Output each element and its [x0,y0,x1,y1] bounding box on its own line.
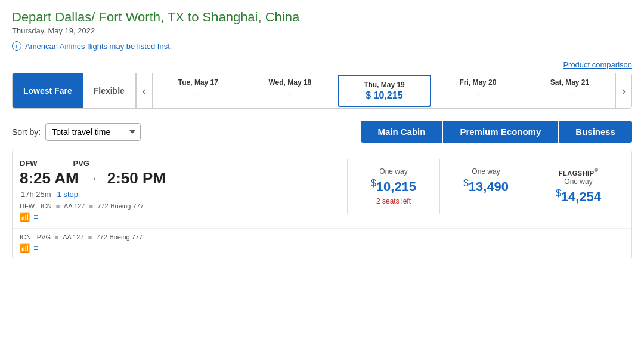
sort-cabin-row: Sort by: Total travel time Main Cabin Pr… [12,121,632,143]
main-cabin-price: 10,215 [376,179,416,194]
fare-toggle: Lowest Fare Flexible [13,73,136,108]
premium-economy-amount: $13,490 [446,178,526,195]
segment1-info: DFW - ICN ■ AA 127 ■ 772-Boeing 777 [20,202,210,210]
date-cell-2[interactable]: Thu, May 19 $ 10,215 [338,75,431,107]
seg1-flight: AA 127 [64,202,85,210]
flagship-label: FLAGSHIP [559,170,595,177]
amenity-icons-2: 📶 ≡ [20,243,210,253]
date-label-0: Tue, May 17 [156,78,240,87]
main-cabin-dollar: $ [371,178,376,188]
sort-label: Sort by: [12,127,41,137]
depart-time: 8:25 AM [20,169,79,188]
date-price-0: -- [156,89,240,98]
main-cabin-price-col[interactable]: One way $10,215 2 seats left [347,159,439,214]
arrow-icon: → [88,173,98,184]
business-one-way: One way [538,177,618,186]
flexible-button[interactable]: Flexible [83,73,136,108]
entertainment-icon-2: ≡ [33,243,38,253]
page-title: Depart Dallas/ Fort Worth, TX to Shangha… [12,10,632,25]
times-row: 8:25 AM → 2:50 PM [20,169,210,188]
product-comparison-row: Product comparison [12,60,632,69]
date-cell-1[interactable]: Wed, May 18 -- [244,73,336,108]
main-cabin-amount: $10,215 [354,178,434,195]
date-label-4: Sat, May 21 [528,78,612,87]
premium-economy-one-way: One way [446,167,526,176]
date-cell-3[interactable]: Fri, May 20 -- [432,73,524,108]
sort-select[interactable]: Total travel time [45,123,141,141]
second-segment-info: ICN - PVG ■ AA 127 ■ 772-Boeing 777 📶 ≡ [20,233,210,253]
premium-economy-dollar: $ [463,178,469,188]
wifi-icon: 📶 [20,212,30,222]
aa-notice-text: American Airlines flights may be listed … [25,42,172,51]
business-amount: $14,254 [538,188,618,205]
date-price-3: -- [436,89,520,98]
premium-economy-price: 13,490 [469,179,509,194]
cabin-buttons: Main Cabin Premium Economy Business [361,121,632,143]
seg2-aircraft: 772-Boeing 777 [96,233,143,241]
premium-economy-button[interactable]: Premium Economy [443,121,558,143]
arrive-code: PVG [73,159,89,168]
business-price: 14,254 [561,189,601,204]
aa-notice: i American Airlines flights may be liste… [12,41,632,51]
depart-code: DFW [20,159,38,168]
wifi-icon-2: 📶 [20,243,30,253]
main-cabin-seats-left: 2 seats left [354,197,434,205]
premium-economy-price-col[interactable]: One way $13,490 [439,159,532,214]
date-label-1: Wed, May 18 [248,78,332,87]
seg2-flight: AA 127 [63,233,83,241]
stops-link[interactable]: 1 stop [57,190,78,199]
main-cabin-one-way: One way [354,167,434,176]
duration-stop: 17h 25m 1 stop [21,190,210,199]
pricing-cols: One way $10,215 2 seats left One way $13… [347,159,624,214]
second-segment: ICN - PVG ■ AA 127 ■ 772-Boeing 777 📶 ≡ [13,229,631,259]
business-price-col[interactable]: FLAGSHIP® One way $14,254 [532,159,624,214]
flagship-reg: ® [594,167,598,173]
date-cell-4[interactable]: Sat, May 21 -- [524,73,615,108]
entertainment-icon: ≡ [33,212,38,222]
lowest-fare-button[interactable]: Lowest Fare [13,73,83,108]
date-label-2: Thu, May 19 [342,81,426,89]
prev-date-arrow[interactable]: ‹ [136,73,153,108]
main-cabin-button[interactable]: Main Cabin [361,121,442,143]
flight-details-sub: DFW - ICN ■ AA 127 ■ 772-Boeing 777 📶 ≡ [20,202,210,222]
business-button[interactable]: Business [559,121,632,143]
next-date-arrow[interactable]: › [615,73,631,108]
date-cell-0[interactable]: Tue, May 17 -- [153,73,244,108]
info-icon: i [12,41,21,51]
date-label-3: Fri, May 20 [436,78,520,87]
amenity-icons-1: 📶 ≡ [20,212,210,222]
seg1-aircraft: 772-Boeing 777 [97,202,144,210]
date-price-2: $ 10,215 [342,90,426,101]
date-price-1: -- [248,89,332,98]
business-dollar: $ [556,188,561,198]
flight-times: DFW PVG 8:25 AM → 2:50 PM 17h 25m 1 stop… [20,159,210,222]
arrive-time: 2:50 PM [107,169,166,188]
airports-row: DFW PVG [20,159,210,168]
segment2-info: ICN - PVG ■ AA 127 ■ 772-Boeing 777 [20,233,210,241]
fare-date-row: Lowest Fare Flexible ‹ Tue, May 17 -- We… [12,73,632,109]
page-date: Thursday, May 19, 2022 [12,26,632,35]
seg2-route: ICN - PVG [20,233,51,241]
flight-result-section: DFW PVG 8:25 AM → 2:50 PM 17h 25m 1 stop… [12,150,632,259]
date-cells: Tue, May 17 -- Wed, May 18 -- Thu, May 1… [153,73,615,108]
date-price-4: -- [528,89,612,98]
flagship-label-text: FLAGSHIP® [538,167,618,177]
flight-info-row: DFW PVG 8:25 AM → 2:50 PM 17h 25m 1 stop… [13,150,631,228]
duration-text: 17h 25m [21,190,51,199]
product-comparison-link[interactable]: Product comparison [563,60,632,69]
seg1-route: DFW - ICN [20,202,52,210]
